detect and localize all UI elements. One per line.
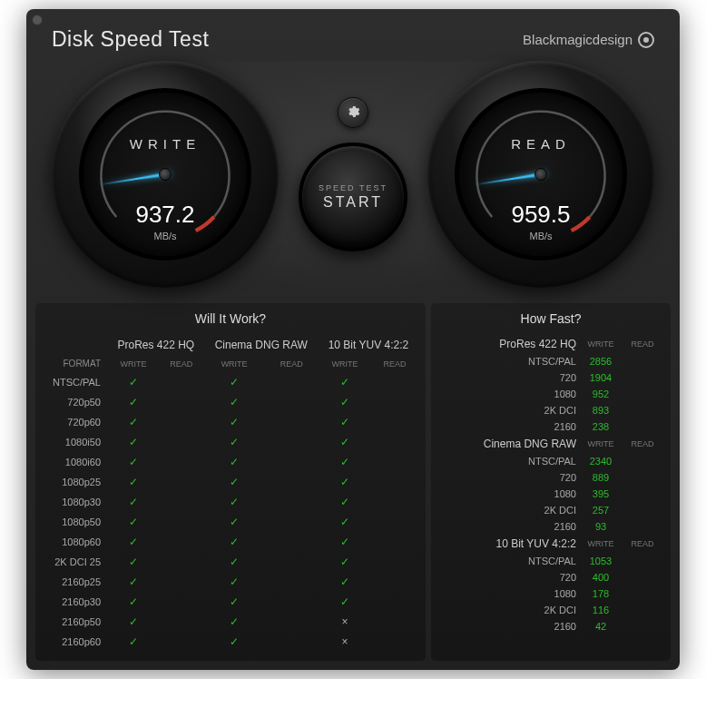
check-icon: ✓ [108, 492, 159, 512]
format-label: 720p50 [43, 392, 108, 412]
check-icon: ✓ [204, 532, 265, 552]
gauges-area: WRITE 937.2 MB/s SPEED TEST START [30, 61, 676, 302]
check-icon: ✓ [108, 632, 159, 652]
table-row: 1080 178 [438, 585, 663, 602]
empty-cell [371, 472, 418, 492]
format-label: 1080 [438, 585, 580, 602]
check-icon: ✓ [204, 472, 265, 492]
start-button[interactable]: SPEED TEST START [299, 143, 407, 251]
settings-button[interactable] [338, 97, 368, 128]
gear-icon [346, 104, 360, 122]
write-fps: 2856 [580, 353, 622, 369]
empty-cell [371, 532, 418, 552]
close-button[interactable] [32, 15, 43, 25]
table-row: 1080i60✓✓✓ [43, 452, 418, 472]
table-row: 720 400 [438, 569, 663, 585]
check-icon: ✓ [319, 432, 371, 452]
check-icon: ✓ [108, 512, 159, 532]
sub-write: WRITE [319, 355, 371, 372]
format-label: 2K DCI [438, 402, 580, 418]
write-fps: 1053 [580, 553, 622, 569]
sub-read: READ [622, 535, 663, 553]
table-row: 2160 93 [438, 518, 663, 535]
empty-cell [265, 372, 319, 392]
table-row: 1080p50✓✓✓ [43, 512, 418, 532]
sub-read: READ [622, 335, 663, 353]
empty-cell [159, 552, 204, 572]
write-fps: 395 [580, 486, 622, 502]
table-row: 1080p25✓✓✓ [43, 472, 418, 492]
empty-cell [159, 452, 204, 472]
check-icon: ✓ [204, 572, 265, 592]
write-fps: 116 [580, 602, 622, 618]
sub-write: WRITE [580, 335, 622, 353]
table-row: NTSC/PAL 1053 [438, 553, 663, 569]
check-icon: ✓ [108, 452, 159, 472]
sub-read: READ [371, 355, 418, 372]
codec-name: 10 Bit YUV 4:2:2 [438, 535, 580, 553]
check-icon: ✓ [319, 372, 371, 392]
table-row: 1080p60✓✓✓ [43, 532, 418, 552]
table-row: NTSC/PAL 2856 [438, 353, 663, 369]
speed-table: ProRes 422 HQ WRITE READNTSC/PAL 2856 72… [438, 335, 663, 635]
table-row: 1080i50✓✓✓ [43, 432, 418, 452]
check-icon: ✓ [319, 472, 371, 492]
read-fps [622, 453, 663, 469]
table-row: 2160p50✓✓× [43, 612, 418, 632]
sub-read: READ [265, 355, 319, 372]
read-label: READ [511, 136, 571, 152]
codec-header: 10 Bit YUV 4:2:2 [319, 335, 418, 355]
check-icon: ✓ [319, 592, 371, 612]
empty-cell [371, 552, 418, 572]
read-fps [622, 486, 663, 502]
read-fps [622, 585, 663, 602]
format-label: 2K DCI 25 [43, 552, 108, 572]
format-label: 2160 [438, 418, 580, 435]
check-icon: ✓ [108, 532, 159, 552]
will-it-work-panel: Will It Work? ProRes 422 HQ Cinema DNG R… [35, 302, 426, 661]
check-icon: ✓ [108, 392, 159, 412]
empty-cell [371, 492, 418, 512]
read-fps [622, 402, 663, 418]
write-fps: 257 [580, 502, 622, 518]
empty-cell [265, 512, 319, 532]
write-value: 937.2 [135, 201, 194, 229]
read-fps [622, 553, 663, 569]
empty-cell [265, 552, 319, 572]
sub-write: WRITE [108, 355, 159, 372]
read-fps [622, 418, 663, 435]
check-icon: ✓ [204, 452, 265, 472]
read-fps [622, 469, 663, 486]
panel-title-left: Will It Work? [43, 311, 418, 326]
brand-icon [638, 32, 654, 48]
write-fps: 400 [580, 569, 622, 585]
empty-cell [159, 612, 204, 632]
brand-label: Blackmagicdesign [523, 32, 654, 48]
read-fps [622, 618, 663, 635]
codec-group-header: ProRes 422 HQ WRITE READ [438, 335, 663, 353]
format-label: 720 [438, 369, 580, 386]
sub-write: WRITE [580, 435, 622, 453]
center-controls: SPEED TEST START [299, 97, 407, 251]
empty-cell [265, 392, 319, 412]
empty-cell [159, 632, 204, 652]
empty-cell [159, 372, 204, 392]
check-icon: ✓ [319, 552, 371, 572]
check-icon: ✓ [204, 512, 265, 532]
needle-cap-icon [159, 168, 172, 181]
format-label: NTSC/PAL [438, 553, 580, 569]
empty-cell [159, 572, 204, 592]
read-gauge: READ 959.5 MB/s [427, 61, 654, 288]
write-fps: 2340 [580, 453, 622, 469]
format-label: 1080i50 [43, 432, 108, 452]
check-icon: ✓ [108, 412, 159, 432]
empty-cell [371, 612, 418, 632]
codec-header: ProRes 422 HQ [108, 335, 204, 355]
read-fps [622, 386, 663, 402]
format-label: 2K DCI [438, 602, 580, 618]
empty-cell [265, 632, 319, 652]
sub-read: READ [622, 435, 663, 453]
empty-cell [371, 432, 418, 452]
empty-cell [265, 472, 319, 492]
codec-name: Cinema DNG RAW [438, 435, 580, 453]
